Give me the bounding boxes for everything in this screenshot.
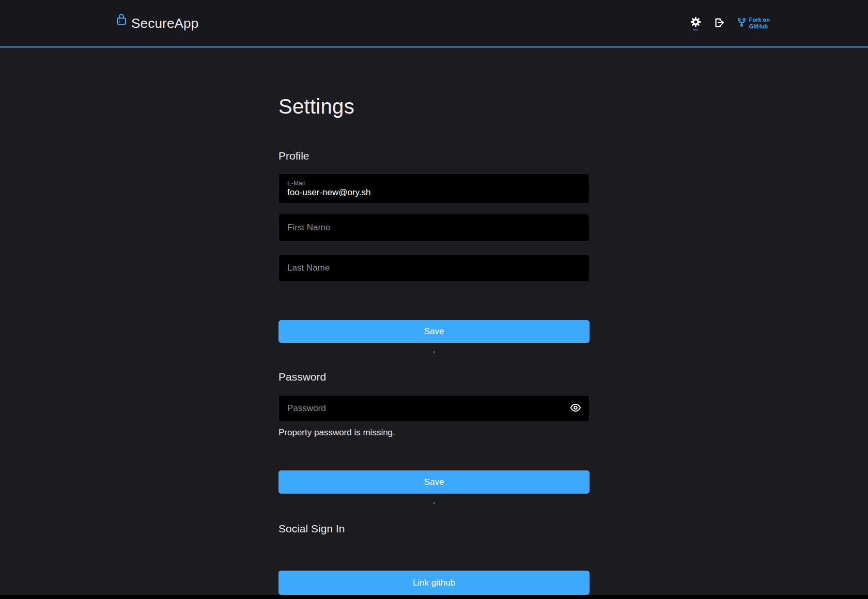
fork-on-github-link[interactable]: Fork on GitHub [737,17,770,30]
navbar: SecureApp [0,0,868,48]
password-heading: Password [278,370,590,384]
profile-heading: Profile [278,149,590,163]
settings-page: Settings Profile E-Mail Save Password [0,48,868,595]
email-field-label: E-Mail [287,180,581,187]
gear-icon [690,17,701,29]
save-password-button[interactable]: Save [278,470,590,494]
social-sign-in-heading: Social Sign In [278,522,590,536]
bottom-strip [0,595,868,599]
last-name-field[interactable] [278,254,590,282]
last-name-input[interactable] [287,263,581,273]
logout-button[interactable] [714,17,725,30]
eye-icon [570,404,581,414]
first-name-input[interactable] [287,223,581,233]
password-error-message: Property password is missing. [278,427,590,438]
fork-link-line1: Fork on [749,17,770,23]
section-separator-dot [433,502,435,504]
toggle-password-visibility-button[interactable] [569,403,582,415]
page-title: Settings [278,93,590,120]
lock-icon [116,13,127,27]
brand[interactable]: SecureApp [116,15,198,31]
link-github-button[interactable]: Link github [278,571,590,595]
settings-button[interactable] [690,17,701,30]
git-fork-icon [737,18,746,29]
first-name-field[interactable] [278,214,590,242]
save-profile-button[interactable]: Save [278,320,590,343]
section-separator-dot [433,351,435,353]
email-input[interactable] [287,187,581,198]
email-field[interactable]: E-Mail [278,174,590,203]
brand-name: SecureApp [131,15,198,31]
fork-link-line2: GitHub [749,23,770,30]
password-field[interactable] [278,395,590,422]
gear-underline [693,29,698,30]
fork-link-text: Fork on GitHub [749,17,770,30]
password-input[interactable] [287,403,581,414]
logout-icon [714,17,725,30]
navbar-actions: Fork on GitHub [690,17,770,30]
